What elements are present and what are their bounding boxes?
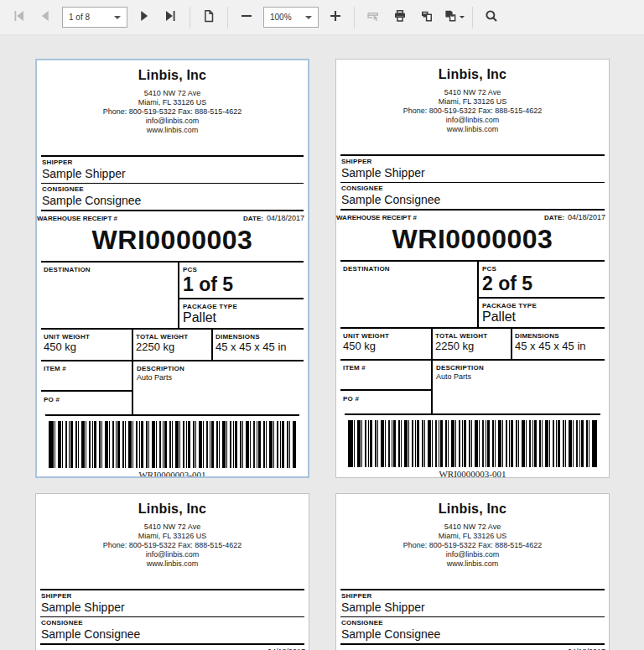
barcode	[348, 420, 597, 467]
total-weight-label: TOTAL WEIGHT	[136, 331, 209, 341]
package-type-label: PACKAGE TYPE	[482, 300, 601, 309]
print-selection-button[interactable]	[361, 5, 386, 30]
description-value: Auto Parts	[436, 372, 601, 381]
label-page[interactable]: Linbis, Inc 5410 NW 72 Ave Miami, FL 331…	[335, 59, 610, 478]
address-line: Miami, FL 33126 US	[36, 532, 309, 541]
chevron-down-icon	[305, 16, 312, 19]
description-label: DESCRIPTION	[137, 363, 300, 372]
consignee-value: Sample Consignee	[42, 193, 303, 210]
page-number-value: 1 of 8	[69, 13, 90, 22]
toolbar-separator	[354, 7, 355, 29]
single-page-view-button[interactable]	[196, 5, 221, 30]
item-label: ITEM #	[44, 363, 129, 372]
address-line: Phone: 800-519-5322 Fax: 888-515-4622	[336, 541, 609, 550]
dimensions-label: DIMENSIONS	[216, 331, 301, 341]
total-weight-value: 2250 kg	[136, 341, 209, 354]
company-name: Linbis, Inc	[37, 60, 308, 83]
address-line: 5410 NW 72 Ave	[37, 89, 308, 98]
address-line: Miami, FL 33126 US	[37, 98, 308, 107]
barcode-text: WRI0000003-001	[336, 467, 609, 478]
zoom-in-icon	[328, 8, 343, 26]
toolbar-separator	[190, 7, 190, 29]
receipt-number: WRI0000003	[336, 222, 609, 260]
label-page[interactable]: Linbis, Inc 5410 NW 72 Ave Miami, FL 331…	[35, 493, 309, 650]
shipper-label: SHIPPER	[341, 590, 604, 600]
address-line: www.linbis.com	[37, 126, 308, 135]
previous-page-button[interactable]	[33, 5, 58, 30]
preview-toolbar: 1 of 8 100%	[0, 0, 644, 35]
last-page-button[interactable]	[158, 5, 184, 30]
divider	[345, 413, 600, 415]
next-page-button[interactable]	[132, 5, 157, 30]
address-line: Miami, FL 33126 US	[336, 532, 609, 541]
page-number-select[interactable]: 1 of 8	[62, 7, 127, 28]
consignee-label: CONSIGNEE	[41, 617, 304, 627]
company-address: 5410 NW 72 Ave Miami, FL 33126 US Phone:…	[36, 523, 309, 589]
warehouse-receipt-label: WAREHOUSE RECEIPT #	[37, 215, 117, 222]
chevron-down-icon	[114, 16, 121, 19]
zoom-level-select[interactable]: 100%	[263, 7, 319, 28]
shipper-value: Sample Shipper	[41, 600, 304, 616]
label-detail-table: DESTINATION PCS 1 of 5 PACKAGE TYPE Pall…	[41, 261, 304, 416]
item-label: ITEM #	[343, 362, 428, 372]
pcs-label: PCS	[482, 263, 601, 273]
address-line: Phone: 800-519-5322 Fax: 888-515-4622	[36, 541, 309, 550]
shipper-value: Sample Shipper	[42, 166, 303, 183]
package-type-value: Pallet	[482, 309, 601, 325]
print-page-button[interactable]	[414, 5, 439, 30]
warehouse-receipt-label: WAREHOUSE RECEIPT #	[336, 214, 417, 221]
date-value: 04/18/2017	[267, 214, 304, 222]
zoom-out-button[interactable]	[234, 5, 259, 30]
print-selection-icon	[366, 8, 381, 26]
destination-label: DESTINATION	[343, 263, 475, 273]
date-label: DATE:	[243, 215, 263, 222]
dimensions-value: 45 x 45 x 45 in	[515, 340, 602, 353]
first-page-icon	[11, 8, 26, 26]
zoom-out-icon	[239, 8, 254, 26]
export-icon	[443, 8, 458, 26]
address-line: www.linbis.com	[336, 125, 609, 134]
chevron-down-icon	[460, 16, 465, 18]
package-type-label: PACKAGE TYPE	[183, 301, 300, 310]
print-button[interactable]	[387, 5, 413, 30]
print-icon	[392, 8, 408, 26]
divider	[45, 414, 299, 416]
unit-weight-label: UNIT WEIGHT	[343, 330, 428, 340]
unit-weight-label: UNIT WEIGHT	[44, 331, 129, 341]
search-icon	[484, 8, 499, 26]
unit-weight-value: 450 kg	[343, 340, 428, 353]
first-page-button[interactable]	[6, 5, 31, 30]
label-page[interactable]: Linbis, Inc 5410 NW 72 Ave Miami, FL 331…	[35, 59, 309, 478]
toolbar-separator	[472, 7, 473, 29]
receipt-number: WRI0000003	[37, 223, 308, 261]
company-name: Linbis, Inc	[36, 494, 309, 517]
barcode-text: WRI0000003-001	[37, 468, 308, 478]
shipper-value: Sample Shipper	[341, 165, 604, 182]
previous-page-icon	[38, 8, 53, 26]
address-line: 5410 NW 72 Ave	[36, 523, 309, 532]
address-line: www.linbis.com	[336, 559, 609, 569]
shipper-label: SHIPPER	[42, 157, 303, 166]
dimensions-label: DIMENSIONS	[515, 330, 602, 340]
dimensions-value: 45 x 45 x 45 in	[216, 341, 301, 354]
label-page[interactable]: Linbis, Inc 5410 NW 72 Ave Miami, FL 331…	[335, 493, 610, 650]
consignee-label: CONSIGNEE	[341, 617, 604, 627]
description-value: Auto Parts	[137, 372, 300, 382]
company-address: 5410 NW 72 Ave Miami, FL 33126 US Phone:…	[37, 89, 308, 155]
consignee-value: Sample Consignee	[41, 627, 304, 643]
last-page-icon	[164, 8, 179, 26]
company-name: Linbis, Inc	[336, 60, 609, 82]
print-page-icon	[419, 8, 434, 26]
zoom-in-button[interactable]	[323, 5, 348, 30]
export-button[interactable]	[441, 5, 466, 30]
shipper-value: Sample Shipper	[341, 600, 604, 616]
barcode	[49, 421, 296, 468]
company-address: 5410 NW 72 Ave Miami, FL 33126 US Phone:…	[336, 88, 609, 154]
zoom-level-value: 100%	[270, 13, 292, 22]
address-line: info@linbis.com	[37, 117, 308, 126]
search-button[interactable]	[479, 5, 504, 30]
consignee-value: Sample Consignee	[341, 627, 604, 643]
package-type-value: Pallet	[183, 310, 300, 325]
company-address: 5410 NW 72 Ave Miami, FL 33126 US Phone:…	[336, 523, 609, 589]
toolbar-separator	[227, 7, 228, 29]
